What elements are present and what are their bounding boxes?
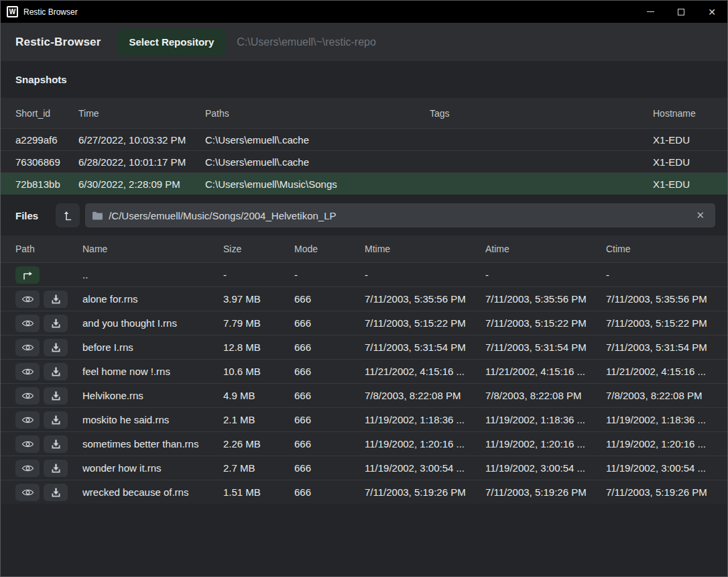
preview-file-button[interactable] [15, 484, 40, 501]
col-ctime: Ctime [606, 244, 713, 254]
download-file-button[interactable] [44, 435, 68, 453]
eye-icon [21, 464, 34, 473]
snapshot-row[interactable]: a2299af6 6/27/2022, 10:03:32 PM C:\Users… [1, 128, 727, 150]
select-repository-button[interactable]: Select Repository [117, 29, 227, 55]
preview-file-button[interactable] [15, 291, 40, 308]
snapshot-hostname: X1-EDU [653, 178, 713, 190]
download-file-button[interactable] [44, 460, 68, 477]
col-path: Path [15, 244, 82, 254]
file-mode: 666 [294, 486, 365, 498]
file-mtime: 11/21/2002, 4:15:16 ... [365, 366, 485, 377]
parent-directory-row[interactable]: .. - - - - - [1, 262, 727, 286]
empty-area [1, 504, 727, 576]
preview-file-button[interactable] [15, 387, 40, 405]
download-file-button[interactable] [44, 387, 68, 405]
file-atime: 7/11/2003, 5:19:26 PM [485, 486, 606, 498]
file-mode: - [294, 269, 365, 280]
download-icon [50, 463, 62, 474]
download-file-button[interactable] [44, 363, 68, 380]
download-file-button[interactable] [44, 291, 68, 308]
preview-file-button[interactable] [15, 435, 40, 453]
snapshot-time: 6/27/2022, 10:03:32 PM [78, 134, 205, 146]
file-row[interactable]: and you thought I.rns 7.79 MB 666 7/11/2… [1, 311, 727, 335]
file-name: Helvikone.rns [82, 390, 223, 401]
close-button[interactable]: ✕ [696, 1, 727, 23]
download-icon [50, 366, 62, 377]
minimize-button[interactable] [635, 1, 666, 23]
file-name: sometimes better than.rns [82, 438, 223, 450]
file-row[interactable]: before I.rns 12.8 MB 666 7/11/2003, 5:31… [1, 335, 727, 359]
file-row[interactable]: sometimes better than.rns 2.26 MB 666 11… [1, 431, 727, 456]
preview-file-button[interactable] [15, 363, 40, 380]
file-mtime: 7/11/2003, 5:19:26 PM [365, 486, 485, 498]
preview-file-button[interactable] [15, 339, 40, 356]
file-atime: - [485, 269, 606, 280]
download-file-button[interactable] [44, 339, 68, 356]
col-time: Time [78, 108, 205, 119]
col-size: Size [223, 244, 294, 254]
eye-icon [21, 488, 34, 497]
file-atime: 7/11/2003, 5:35:56 PM [485, 293, 606, 305]
file-row[interactable]: moskito he said.rns 2.1 MB 666 11/19/200… [1, 407, 727, 431]
file-ctime: 7/11/2003, 5:31:54 PM [606, 342, 713, 353]
download-file-button[interactable] [44, 411, 68, 429]
file-name: .. [82, 269, 223, 280]
download-icon [50, 415, 62, 425]
file-ctime: - [606, 269, 713, 280]
app-title: Restic-Browser [15, 36, 101, 49]
app-window: W Restic Browser ✕ Restic-Browser Select… [0, 0, 728, 577]
download-file-button[interactable] [44, 484, 68, 501]
file-row[interactable]: Helvikone.rns 4.9 MB 666 7/8/2003, 8:22:… [1, 383, 727, 407]
file-name: before I.rns [82, 342, 223, 353]
file-mode: 666 [294, 293, 365, 305]
up-directory-button[interactable] [56, 203, 80, 227]
file-name: wrecked because of.rns [82, 486, 223, 498]
snapshot-short-id: 76306869 [15, 156, 78, 168]
snapshot-row[interactable]: 72b813bb 6/30/2022, 2:28:09 PM C:\Users\… [1, 172, 727, 195]
file-ctime: 7/11/2003, 5:19:26 PM [606, 486, 713, 498]
preview-file-button[interactable] [15, 411, 40, 429]
eye-icon [21, 391, 34, 401]
file-size: 2.7 MB [223, 462, 294, 474]
download-file-button[interactable] [44, 315, 68, 332]
snapshot-paths: C:\Users\emuell\.cache [205, 134, 430, 146]
file-size: 10.6 MB [223, 366, 294, 377]
col-atime: Atime [485, 244, 606, 254]
file-name: feel home now !.rns [82, 366, 223, 377]
file-name: alone for.rns [82, 293, 223, 305]
snapshot-hostname: X1-EDU [653, 134, 713, 146]
preview-file-button[interactable] [15, 315, 40, 332]
file-mode: 666 [294, 390, 365, 401]
file-size: 4.9 MB [223, 390, 294, 401]
file-mode: 666 [294, 342, 365, 353]
maximize-icon [678, 9, 684, 15]
maximize-button[interactable] [666, 1, 696, 23]
eye-icon [21, 343, 34, 352]
folder-icon [92, 211, 103, 221]
col-paths: Paths [205, 108, 430, 119]
file-mode: 666 [294, 438, 365, 450]
file-row[interactable]: wonder how it.rns 2.7 MB 666 11/19/2002,… [1, 456, 727, 480]
file-ctime: 11/19/2002, 1:20:16 ... [606, 438, 713, 450]
download-icon [50, 318, 62, 329]
clear-path-button[interactable]: ✕ [692, 209, 709, 221]
go-parent-directory-button[interactable] [15, 266, 40, 284]
file-size: 1.51 MB [223, 486, 294, 498]
file-mtime: 11/19/2002, 3:00:54 ... [365, 462, 485, 474]
path-input[interactable]: /C/Users/emuell/Music/Songs/2004_Helveti… [85, 203, 715, 227]
files-table-header: Path Name Size Mode Mtime Atime Ctime [1, 235, 727, 262]
eye-icon [21, 295, 34, 304]
file-row[interactable]: wrecked because of.rns 1.51 MB 666 7/11/… [1, 480, 727, 504]
download-icon [50, 487, 62, 498]
file-row[interactable]: alone for.rns 3.97 MB 666 7/11/2003, 5:3… [1, 286, 727, 311]
file-ctime: 7/11/2003, 5:35:56 PM [606, 293, 713, 305]
col-name: Name [82, 244, 223, 254]
files-heading: Files [15, 210, 38, 221]
col-tags: Tags [430, 108, 653, 119]
file-row[interactable]: feel home now !.rns 10.6 MB 666 11/21/20… [1, 359, 727, 383]
download-icon [50, 294, 62, 305]
file-mode: 666 [294, 462, 365, 474]
preview-file-button[interactable] [15, 460, 40, 477]
file-mtime: 11/19/2002, 1:18:36 ... [365, 414, 485, 425]
snapshot-row[interactable]: 76306869 6/28/2022, 10:01:17 PM C:\Users… [1, 150, 727, 172]
